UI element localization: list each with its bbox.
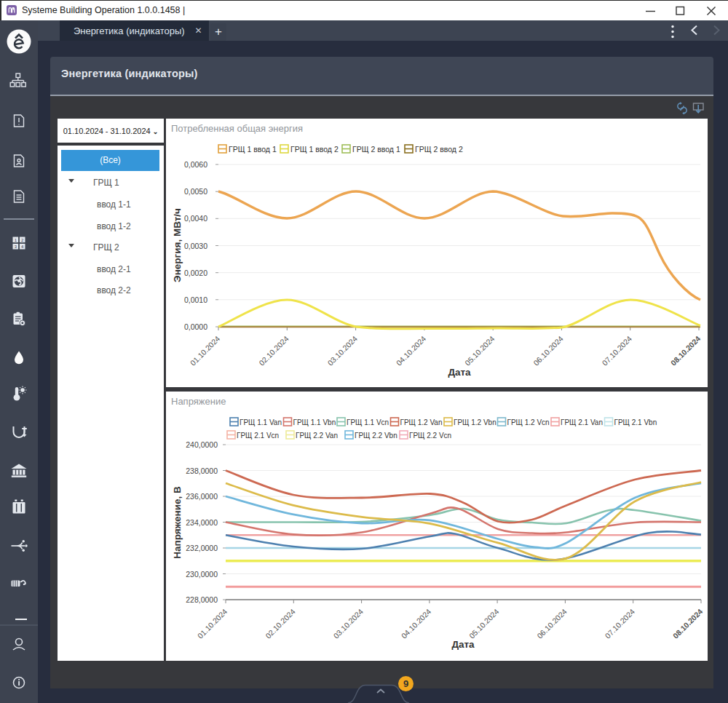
svg-text:0,0060: 0,0060 — [184, 160, 207, 169]
svg-text:0,0030: 0,0030 — [184, 242, 207, 250]
svg-text:0,0040: 0,0040 — [184, 214, 207, 223]
svg-text:ГРЩ 1.2 Vcn: ГРЩ 1.2 Vcn — [507, 418, 550, 426]
svg-text:0,0000: 0,0000 — [184, 322, 207, 331]
svg-text:ГРЩ 2 ввод 2: ГРЩ 2 ввод 2 — [415, 145, 463, 154]
svg-text:03.10.2024: 03.10.2024 — [331, 607, 365, 640]
svg-text:07.10.2024: 07.10.2024 — [603, 607, 636, 640]
svg-text:Напряжение: Напряжение — [171, 396, 226, 407]
svg-text:01.10.2024: 01.10.2024 — [196, 607, 229, 640]
svg-text:ГРЩ 1.2 Van: ГРЩ 1.2 Van — [400, 418, 443, 426]
svg-text:232,0000: 232,0000 — [186, 544, 218, 552]
svg-text:ГРЩ 1.2 Vbn: ГРЩ 1.2 Vbn — [454, 418, 496, 426]
svg-text:ГРЩ 1.1 Vbn: ГРЩ 1.1 Vbn — [293, 418, 336, 426]
svg-text:234,0000: 234,0000 — [186, 518, 218, 527]
svg-text:04.10.2024: 04.10.2024 — [400, 607, 433, 640]
svg-text:03.10.2024: 03.10.2024 — [325, 334, 359, 368]
svg-text:ГРЩ 1 ввод 1: ГРЩ 1 ввод 1 — [229, 145, 277, 154]
svg-text:Энергия, МВт/ч: Энергия, МВт/ч — [172, 208, 183, 282]
svg-text:06.10.2024: 06.10.2024 — [535, 607, 569, 640]
svg-text:Дата: Дата — [451, 639, 475, 650]
svg-text:0,0050: 0,0050 — [184, 187, 207, 196]
svg-text:ГРЩ 2.2 Vcn: ГРЩ 2.2 Vcn — [409, 432, 451, 440]
svg-text:ГРЩ 1 ввод 2: ГРЩ 1 ввод 2 — [290, 145, 339, 154]
svg-text:ГРЩ 1.1 Vcn: ГРЩ 1.1 Vcn — [347, 418, 389, 426]
svg-text:08.10.2024: 08.10.2024 — [669, 334, 703, 368]
svg-text:ГРЩ 2.1 Vbn: ГРЩ 2.1 Vbn — [614, 418, 657, 426]
svg-text:ГРЩ 1.1 Van: ГРЩ 1.1 Van — [240, 418, 282, 426]
svg-text:05.10.2024: 05.10.2024 — [467, 607, 501, 640]
svg-text:Дата: Дата — [448, 367, 471, 378]
svg-text:ГРЩ 2 ввод 1: ГРЩ 2 ввод 1 — [352, 145, 400, 154]
svg-text:ГРЩ 2.1 Vcn: ГРЩ 2.1 Vcn — [237, 432, 279, 440]
svg-text:Потребленная общая энергия: Потребленная общая энергия — [171, 123, 303, 134]
svg-text:04.10.2024: 04.10.2024 — [395, 334, 428, 368]
svg-text:236,0000: 236,0000 — [186, 492, 218, 501]
svg-text:ГРЩ 2.1 Van: ГРЩ 2.1 Van — [561, 418, 603, 426]
svg-text:02.10.2024: 02.10.2024 — [264, 607, 297, 640]
svg-text:240,0000: 240,0000 — [186, 440, 218, 449]
svg-text:0,0010: 0,0010 — [184, 295, 207, 304]
svg-text:Напряжение, В: Напряжение, В — [172, 486, 183, 559]
svg-text:ГРЩ 2.2 Vbn: ГРЩ 2.2 Vbn — [355, 432, 397, 440]
svg-text:230,0000: 230,0000 — [186, 570, 218, 579]
svg-text:07.10.2024: 07.10.2024 — [600, 334, 633, 368]
svg-text:06.10.2024: 06.10.2024 — [531, 334, 565, 368]
svg-text:05.10.2024: 05.10.2024 — [463, 334, 496, 368]
svg-text:01.10.2024: 01.10.2024 — [189, 334, 222, 368]
svg-text:ГРЩ 2.2 Van: ГРЩ 2.2 Van — [296, 432, 338, 440]
svg-text:02.10.2024: 02.10.2024 — [257, 334, 290, 368]
svg-text:228,0000: 228,0000 — [186, 595, 218, 604]
svg-text:0,0020: 0,0020 — [184, 269, 207, 277]
svg-text:08.10.2024: 08.10.2024 — [671, 607, 705, 640]
svg-text:238,0000: 238,0000 — [186, 466, 218, 475]
